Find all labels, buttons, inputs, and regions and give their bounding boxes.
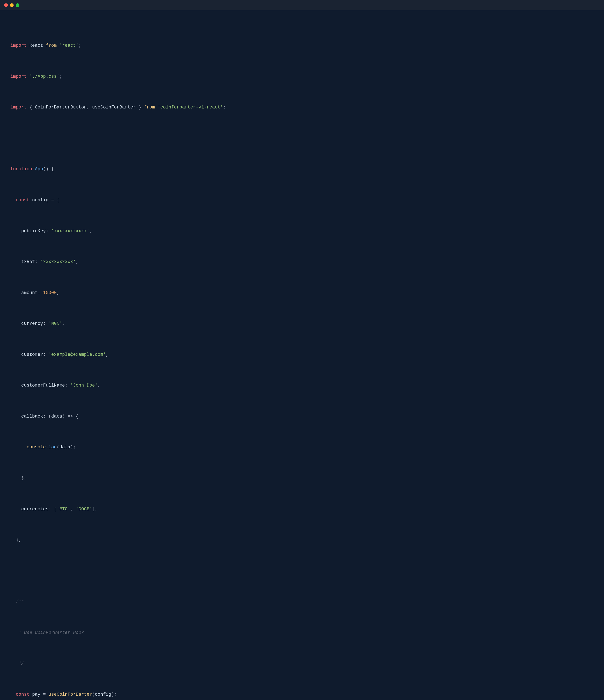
line-txref: txRef: 'xxxxxxxxxxx',: [10, 258, 594, 266]
empty-line-2: [10, 567, 594, 575]
line-callback: callback: (data) => {: [10, 412, 594, 420]
editor-window: import React from 'react'; import './App…: [0, 0, 604, 700]
line-console: console.log(data);: [10, 443, 594, 451]
line-function: function App() {: [10, 165, 594, 173]
line-currency: currency: 'NGN',: [10, 320, 594, 327]
empty-line-1: [10, 134, 594, 142]
line-config-close: };: [10, 536, 594, 544]
line-currencies: currencies: ['BTC', 'DOGE'],: [10, 505, 594, 513]
maximize-button[interactable]: [16, 3, 19, 7]
line-publickey: publicKey: 'xxxxxxxxxxxx',: [10, 227, 594, 235]
line-const-config: const config = {: [10, 196, 594, 204]
minimize-button[interactable]: [10, 3, 14, 7]
line-import-css: import './App.css';: [10, 73, 594, 80]
line-comment-2: * Use CoinForBarter Hook: [10, 629, 594, 636]
line-fullname: customerFullName: 'John Doe',: [10, 382, 594, 389]
line-const-pay: const pay = useCoinForBarter(config);: [10, 691, 594, 698]
title-bar: [0, 0, 604, 10]
line-callback-close: },: [10, 474, 594, 482]
close-button[interactable]: [4, 3, 8, 7]
line-amount: amount: 10000,: [10, 289, 594, 297]
line-comment-1: /**: [10, 598, 594, 606]
code-editor: import React from 'react'; import './App…: [0, 10, 604, 700]
line-import-cfb: import { CoinForBarterButton, useCoinFor…: [10, 103, 594, 111]
line-customer: customer: 'example@example.com',: [10, 351, 594, 358]
line-import-react: import React from 'react';: [10, 42, 594, 49]
line-comment-3: */: [10, 660, 594, 667]
